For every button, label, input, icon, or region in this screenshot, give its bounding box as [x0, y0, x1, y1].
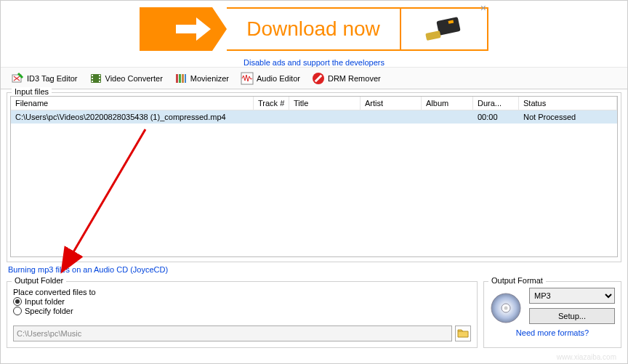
output-folder-fieldset: Output Folder Place converted files to I… [7, 281, 478, 348]
col-duration-header[interactable]: Dura... [473, 97, 519, 110]
input-files-fieldset: Input files Filename Track # Title Artis… [7, 92, 621, 262]
table-row[interactable]: C:\Users\pc\Videos\20200828035438 (1)_co… [11, 110, 617, 124]
waveform-icon [241, 72, 254, 85]
id3-label: ID3 Tag Editor [27, 74, 78, 83]
tag-icon [11, 72, 24, 85]
ad-banner-area: Download now × [1, 1, 627, 57]
col-status-header[interactable]: Status [519, 97, 617, 110]
disable-ads-link[interactable]: Disable ads and support the developers [1, 58, 627, 67]
drm-remover-button[interactable]: DRM Remover [307, 70, 385, 87]
folder-icon [457, 328, 469, 339]
radio-input-folder[interactable]: Input folder [13, 297, 471, 306]
movienizer-label: Movienizer [190, 74, 229, 83]
ad-arrow-bg [140, 7, 212, 51]
format-select[interactable]: MP3 [529, 288, 615, 304]
col-track-header[interactable]: Track # [254, 97, 289, 110]
browse-folder-button[interactable] [455, 325, 471, 341]
cell-album [422, 110, 473, 124]
svg-rect-15 [185, 74, 186, 83]
file-grid[interactable]: Filename Track # Title Artist Album Dura… [10, 96, 618, 257]
cell-track [254, 110, 289, 124]
toolbar: ID3 Tag Editor Video Converter Movienize… [1, 67, 627, 89]
output-format-fieldset: Output Format MP3 Setup... Need more for… [483, 281, 621, 348]
radio-input-folder-label: Input folder [25, 297, 65, 306]
audio-label: Audio Editor [257, 74, 300, 83]
ad-download-label: Download now [227, 7, 401, 51]
film-icon [89, 72, 102, 85]
ad-close-icon[interactable]: × [480, 2, 486, 14]
col-artist-header[interactable]: Artist [361, 97, 422, 110]
svg-rect-7 [92, 78, 93, 79]
drm-label: DRM Remover [328, 74, 381, 83]
place-files-label: Place converted files to [13, 288, 471, 296]
audio-editor-button[interactable]: Audio Editor [236, 70, 305, 87]
cell-artist [361, 110, 422, 124]
id3-tag-editor-button[interactable]: ID3 Tag Editor [7, 70, 82, 87]
no-symbol-icon [312, 72, 325, 85]
video-label: Video Converter [105, 74, 163, 83]
ad-arrow-tip [212, 7, 227, 51]
input-files-legend: Input files [12, 87, 52, 96]
svg-rect-2 [425, 31, 441, 41]
col-title-header[interactable]: Title [289, 97, 361, 110]
ad-banner[interactable]: Download now [140, 7, 488, 51]
radio-specify-folder[interactable]: Specify folder [13, 307, 471, 315]
svg-rect-14 [182, 74, 184, 83]
cd-icon [490, 292, 522, 324]
svg-rect-9 [99, 75, 100, 76]
radio-dot-icon [13, 297, 22, 306]
svg-rect-8 [92, 81, 93, 82]
need-more-formats-link[interactable]: Need more formats? [490, 328, 615, 337]
output-path-input[interactable] [13, 325, 452, 341]
svg-point-21 [504, 307, 508, 310]
output-format-legend: Output Format [488, 276, 546, 285]
setup-button[interactable]: Setup... [529, 308, 615, 324]
svg-rect-13 [179, 74, 181, 83]
shelf-icon [174, 72, 188, 85]
burn-cd-link[interactable]: Burning mp3 files on an Audio CD (JoyceC… [8, 265, 168, 274]
radio-dot-icon [13, 307, 22, 315]
radio-specify-folder-label: Specify folder [25, 307, 73, 315]
svg-rect-10 [99, 78, 100, 79]
svg-marker-0 [176, 17, 211, 41]
output-folder-legend: Output Folder [12, 276, 66, 285]
col-album-header[interactable]: Album [422, 97, 473, 110]
svg-rect-12 [176, 74, 178, 83]
ad-product-image [401, 7, 488, 51]
col-filename-header[interactable]: Filename [11, 97, 254, 110]
video-converter-button[interactable]: Video Converter [85, 70, 167, 87]
svg-rect-11 [99, 81, 100, 82]
cell-filename: C:\Users\pc\Videos\20200828035438 (1)_co… [11, 110, 254, 124]
grid-header: Filename Track # Title Artist Album Dura… [11, 97, 617, 110]
svg-rect-6 [92, 75, 93, 76]
cell-title [289, 110, 361, 124]
cell-duration: 00:00 [473, 110, 519, 124]
cell-status: Not Processed [519, 110, 617, 124]
movienizer-button[interactable]: Movienizer [170, 70, 233, 87]
